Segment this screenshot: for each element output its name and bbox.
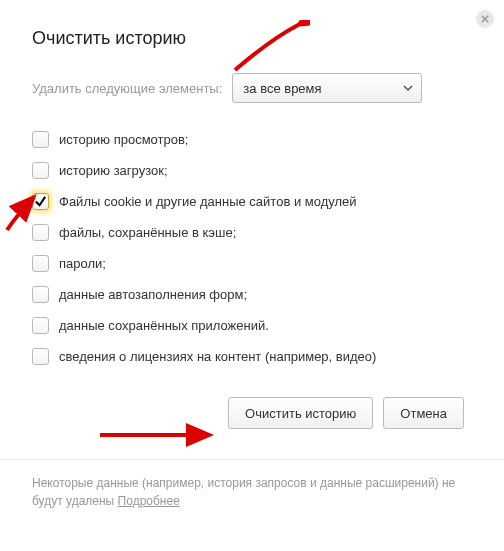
option-label: Файлы cookie и другие данные сайтов и мо… bbox=[59, 194, 357, 209]
option-label: сведения о лицензиях на контент (наприме… bbox=[59, 349, 376, 364]
checkbox[interactable] bbox=[32, 317, 49, 334]
checkbox[interactable] bbox=[32, 162, 49, 179]
footnote-text: Некоторые данные (например, история запр… bbox=[32, 476, 455, 508]
option-row: данные автозаполнения форм; bbox=[32, 286, 472, 303]
cancel-button[interactable]: Отмена bbox=[383, 397, 464, 429]
option-row: историю загрузок; bbox=[32, 162, 472, 179]
divider bbox=[0, 459, 504, 460]
options-list: историю просмотров;историю загрузок;Файл… bbox=[32, 131, 472, 365]
option-label: пароли; bbox=[59, 256, 106, 271]
option-row: файлы, сохранённые в кэше; bbox=[32, 224, 472, 241]
option-row: историю просмотров; bbox=[32, 131, 472, 148]
period-selected-value: за все время bbox=[243, 81, 321, 96]
cancel-button-label: Отмена bbox=[400, 406, 447, 421]
close-button[interactable] bbox=[476, 10, 494, 28]
footnote: Некоторые данные (например, история запр… bbox=[32, 474, 472, 510]
option-row: сведения о лицензиях на контент (наприме… bbox=[32, 348, 472, 365]
option-row: данные сохранённых приложений. bbox=[32, 317, 472, 334]
period-row: Удалить следующие элементы: за все время bbox=[32, 73, 472, 103]
option-label: данные сохранённых приложений. bbox=[59, 318, 269, 333]
option-row: Файлы cookie и другие данные сайтов и мо… bbox=[32, 193, 472, 210]
clear-button-label: Очистить историю bbox=[245, 406, 356, 421]
checkbox[interactable] bbox=[32, 131, 49, 148]
checkbox[interactable] bbox=[32, 224, 49, 241]
period-label: Удалить следующие элементы: bbox=[32, 81, 222, 96]
checkbox[interactable] bbox=[32, 286, 49, 303]
check-icon bbox=[34, 195, 47, 208]
checkbox[interactable] bbox=[32, 255, 49, 272]
chevron-down-icon bbox=[403, 85, 413, 91]
clear-history-dialog: Очистить историю Удалить следующие элеме… bbox=[0, 0, 504, 551]
option-row: пароли; bbox=[32, 255, 472, 272]
close-icon bbox=[481, 15, 489, 23]
option-label: файлы, сохранённые в кэше; bbox=[59, 225, 236, 240]
option-label: историю просмотров; bbox=[59, 132, 188, 147]
dialog-buttons: Очистить историю Отмена bbox=[32, 397, 472, 429]
dialog-title: Очистить историю bbox=[32, 28, 472, 49]
option-label: историю загрузок; bbox=[59, 163, 168, 178]
checkbox[interactable] bbox=[32, 193, 49, 210]
period-select[interactable]: за все время bbox=[232, 73, 422, 103]
clear-button[interactable]: Очистить историю bbox=[228, 397, 373, 429]
footnote-link[interactable]: Подробнее bbox=[118, 494, 180, 508]
option-label: данные автозаполнения форм; bbox=[59, 287, 247, 302]
checkbox[interactable] bbox=[32, 348, 49, 365]
